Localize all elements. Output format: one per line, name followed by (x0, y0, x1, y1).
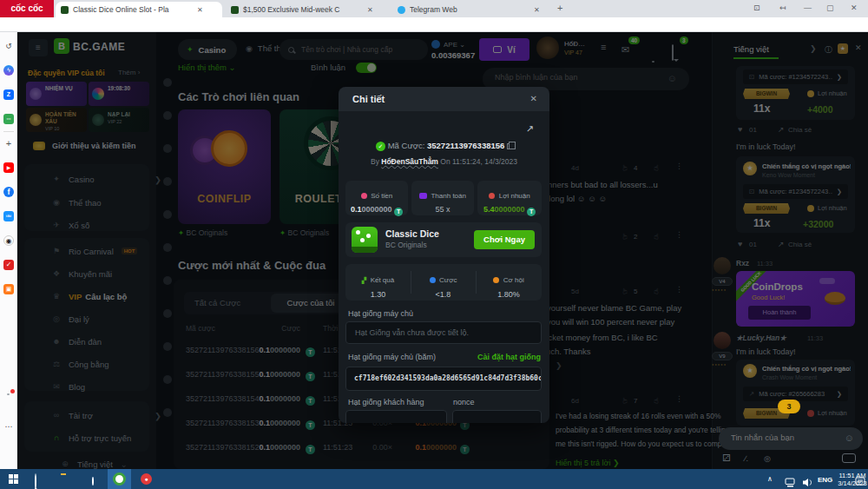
bet-details-modal: Chi tiết ✕ ↗ ✓ Mã Cược: 3527211397633815… (339, 87, 549, 423)
bet-id-value: 35272113976338156 (427, 141, 504, 150)
game-name: Classic Dice (385, 228, 439, 239)
tab-favicon (61, 6, 69, 14)
target-cell: Cược <1.8 (411, 270, 476, 299)
browser-tab-3[interactable]: Telegram Web ✕ (392, 2, 550, 17)
game-row: Classic Dice BC Originals Chơi Ngay (345, 222, 542, 257)
emoji-icon[interactable]: ☺ (845, 433, 854, 443)
tab-title: $1,500 Exclusive Mid-week C (243, 5, 363, 14)
nonce-box[interactable] (452, 410, 542, 423)
divider (3, 131, 14, 132)
add-shortcut-icon[interactable]: + (3, 138, 14, 149)
browser-tab-strip: cốc cốc Classic Dice Online Slot - Pla ✕… (0, 0, 868, 17)
tab-title: Classic Dice Online Slot - Pla (73, 5, 193, 14)
result-cell: ▞ Kết quả 1.30 (345, 270, 411, 299)
play-now-button[interactable]: Chơi Ngay (474, 230, 535, 249)
chat-input-wrap[interactable]: ☺ (719, 427, 863, 450)
bet-icon (430, 277, 436, 283)
browser-tab-active[interactable]: Classic Dice Online Slot - Pla ✕ (56, 2, 222, 17)
client-seed-box[interactable] (345, 410, 447, 423)
scroll-to-bottom-badge[interactable]: 3 (778, 400, 800, 413)
address-bar: ← → ↻ bc.game/vi/game/classic-dice ☆ ✓ ↓… (0, 17, 868, 32)
game-provider: BC Originals (385, 241, 427, 249)
history-icon[interactable]: ↺ (3, 41, 14, 51)
verified-icon: ✓ (376, 142, 385, 151)
taskbar-search-icon[interactable] (35, 473, 36, 489)
red-app-icon[interactable]: ● (141, 473, 152, 485)
youtube-icon[interactable]: ▶ (3, 162, 14, 173)
gif-keyboard-icon[interactable] (842, 453, 856, 463)
chance-cell: Cơ hội 1.80% (476, 270, 542, 299)
slash-command-icon[interactable]: ∕. (745, 454, 748, 463)
stat-amount: Số tiền 0.10000000 T (345, 181, 408, 215)
tab-favicon (231, 6, 239, 14)
new-tab-button[interactable]: + (557, 3, 562, 13)
tab-title: Telegram Web (410, 5, 529, 14)
network-icon[interactable] (785, 475, 796, 489)
bet-id-row: ✓ Mã Cược: 35272113976338156 (339, 141, 549, 151)
classic-dice-icon (352, 227, 378, 253)
bet-by-row: By HổĐenSâuThẳm On 11:51:24, 14/3/2023 (339, 157, 549, 166)
share-icon[interactable]: ↗ (526, 123, 534, 135)
rules-icon[interactable]: ◎ (764, 454, 771, 463)
client-seed-label: Hạt giống khách hàng (348, 398, 424, 406)
soccer-icon[interactable]: ◉ (3, 235, 14, 246)
panel-toggle-icon[interactable]: ↤ (779, 3, 786, 12)
keyboard-language[interactable]: ENG (818, 476, 832, 484)
server-seed-label: Hạt giống máy chủ (348, 309, 413, 318)
zalo-icon[interactable]: Z (3, 89, 14, 100)
hashed-seed-box[interactable]: cf718ef602d341593da0a28d6565d91c84d7d3f3… (345, 367, 542, 391)
messenger-icon[interactable]: ϟ (3, 65, 14, 76)
bet-user-link[interactable]: HổĐenSâuThẳm (381, 157, 438, 166)
dice-icon[interactable]: ⚂ (722, 453, 731, 464)
tether-coin-icon: T (527, 208, 536, 216)
coccoc-logo[interactable]: cốc cốc (0, 0, 54, 17)
close-window-button[interactable]: ✕ (851, 3, 858, 12)
nonce-label: nonce (453, 398, 475, 406)
reading-mode-icon[interactable]: ⊡ (753, 3, 760, 12)
modal-title: Chi tiết (352, 94, 385, 104)
copy-icon[interactable] (507, 143, 512, 149)
tether-coin-icon: T (394, 208, 403, 216)
stat-payout: Thanh toán 55 x (411, 181, 474, 215)
game-controller-icon[interactable]: ▫▫ (3, 114, 14, 124)
check-app-icon[interactable]: ✓ (3, 260, 14, 270)
server-seed-box: Hạt Giống vẫn chưa được tiết lộ. (345, 321, 542, 344)
speaker-icon[interactable] (802, 475, 813, 489)
tiki-icon[interactable]: tiki (3, 211, 14, 221)
facebook-icon[interactable]: f (3, 187, 14, 197)
notification-dot (10, 389, 15, 393)
shopping-cart-icon[interactable]: ▣ (3, 284, 14, 294)
payout-icon (419, 193, 427, 199)
result-icon: ▞ (362, 277, 366, 283)
modal-close-icon[interactable]: ✕ (530, 94, 537, 103)
hashed-seed-label: Hạt giống máy chủ (băm) (348, 353, 436, 361)
profit-icon (489, 193, 495, 199)
chat-input[interactable] (731, 433, 835, 442)
maximize-button[interactable]: ▢ (826, 3, 834, 12)
coccoc-taskbar-icon[interactable] (113, 472, 126, 486)
tab-close-icon[interactable]: ✕ (534, 6, 540, 14)
chance-icon (493, 277, 499, 283)
browser-tab-2[interactable]: $1,500 Exclusive Mid-week C ✕ (226, 2, 389, 17)
start-button[interactable] (9, 474, 18, 484)
results-row: ▞ Kết quả 1.30 Cược <1.8 Cơ hội 1.80% (345, 264, 542, 301)
tab-close-icon[interactable]: ✕ (367, 6, 373, 14)
amount-icon (361, 193, 367, 199)
windows-taskbar: ● ∧ ENG 11:51 AM3/14/2023 (0, 469, 868, 489)
minimize-button[interactable]: — (804, 3, 812, 12)
action-center-icon[interactable] (855, 474, 865, 489)
seed-settings-link[interactable]: Cài đặt hạt giống (477, 353, 541, 361)
stat-profit: Lợi nhuận 5.40000000 T (477, 181, 542, 215)
tab-favicon (398, 6, 405, 14)
tab-close-icon[interactable]: ✕ (197, 6, 203, 14)
tray-expand-icon[interactable]: ∧ (767, 475, 773, 483)
